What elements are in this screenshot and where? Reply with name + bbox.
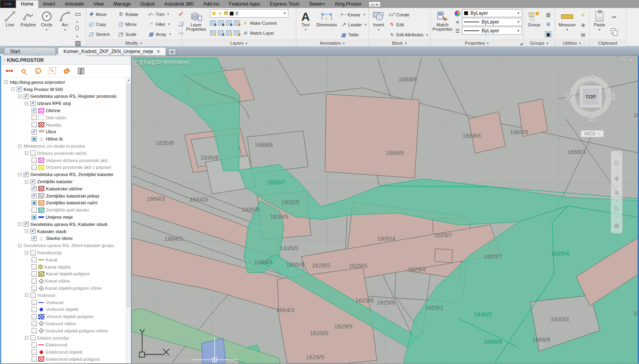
tree-checkbox-partial[interactable] <box>32 136 37 142</box>
scroll-up-icon[interactable]: ▲ <box>126 77 131 83</box>
close-icon[interactable]: ✕ <box>157 49 160 54</box>
tree-item[interactable]: Kanal objekti <box>1 263 126 271</box>
trim-button[interactable]: -/--Trim▼ <box>148 11 177 17</box>
object-color-select[interactable]: ByLayer ▼ <box>462 9 522 17</box>
tree-item[interactable]: −Geodetska uprava RS, Kataster stavb <box>1 221 126 228</box>
collapse-icon[interactable]: − <box>18 244 22 247</box>
tree-checkbox-unchecked[interactable] <box>32 356 37 362</box>
tree-checkbox-unchecked[interactable] <box>30 150 36 156</box>
info-icon[interactable]: i <box>34 67 42 75</box>
match-layer-button[interactable]: ≌Match Layer <box>242 30 274 36</box>
collapse-icon[interactable]: − <box>25 336 28 340</box>
tree-item[interactable]: Občine <box>1 107 126 114</box>
collapse-icon[interactable]: − <box>4 80 8 84</box>
tree-checkbox-unchecked[interactable] <box>32 115 37 120</box>
tree-checkbox-checked[interactable] <box>32 193 37 198</box>
restore-icon[interactable]: ❐ <box>621 58 625 63</box>
lineweight-icon[interactable]: ☰ <box>454 28 460 34</box>
panel-caption-groups[interactable]: Groups▼ <box>524 40 555 46</box>
panel-caption-clipboard[interactable]: Clipboard <box>589 40 626 46</box>
tree-item[interactable]: −Ministrstvo za okolje in prostor <box>1 142 126 150</box>
move-button[interactable]: ✚Move <box>88 11 117 17</box>
tree-checkbox-unchecked[interactable] <box>32 271 37 277</box>
tree-item[interactable]: −Geodetska uprava RS, Zemljiški kataster <box>1 171 126 178</box>
ribbon-tab-express-tools[interactable]: Express Tools <box>265 0 304 8</box>
collapse-icon[interactable]: − <box>18 95 22 98</box>
collapse-icon[interactable]: − <box>25 229 28 233</box>
collapse-icon[interactable]: − <box>11 87 15 91</box>
tree-checkbox-partial[interactable] <box>32 215 37 220</box>
tree-checkbox-unchecked[interactable] <box>32 286 37 291</box>
group-select-toggle-icon[interactable]: ▣ <box>545 31 552 38</box>
tree-checkbox-unchecked[interactable] <box>32 314 37 319</box>
tree-checkbox-checked[interactable] <box>32 236 37 241</box>
tree-checkbox-unchecked[interactable] <box>30 250 36 255</box>
tree-item[interactable]: Kanal objekti-poligoni <box>1 271 126 278</box>
panel-caption-properties[interactable]: Properties▼ ◢ <box>431 40 524 46</box>
map-layers-icon[interactable] <box>77 67 85 75</box>
connection-dots-icon[interactable] <box>5 67 13 75</box>
copy-clip-icon[interactable] <box>611 28 617 36</box>
tree-item[interactable]: Državni prostorski akti v pripravi <box>1 164 126 171</box>
tree-item[interactable]: −Vodovod <box>1 292 126 299</box>
tree-checkbox-unchecked[interactable] <box>32 342 37 348</box>
viewcube[interactable]: N W E S TOP <box>568 73 614 120</box>
collapse-icon[interactable]: − <box>18 222 22 226</box>
table-button[interactable]: ▦Table <box>340 32 359 38</box>
map-canvas[interactable]: 1668/81668/81668/81668/31668/81668/81835… <box>132 56 638 363</box>
tree-item[interactable]: Hišne št. <box>1 135 126 142</box>
tree-checkbox-checked[interactable] <box>30 229 36 234</box>
tree-item[interactable]: Zemljišče pod stavbo <box>1 206 126 214</box>
match-properties-button[interactable]: Match Properties <box>432 9 453 40</box>
panel-caption-utilities[interactable]: Utilities▼ <box>555 40 589 46</box>
color-wheel-icon[interactable] <box>454 10 460 16</box>
tree-item[interactable]: −Elektro omrežje <box>1 334 126 342</box>
tree-checkbox-unchecked[interactable] <box>32 321 37 326</box>
tree-checkbox-unchecked[interactable] <box>32 158 37 163</box>
tree-item[interactable]: −King Prostor M 500 <box>1 86 126 93</box>
edit-selection-icon[interactable]: ✎ <box>48 67 56 75</box>
tag-icon[interactable] <box>63 67 71 75</box>
tree-checkbox-checked[interactable] <box>17 87 22 92</box>
dialog-launcher-icon[interactable]: ◢ <box>520 42 522 46</box>
panel-caption-annotation[interactable]: Annotation▼ <box>296 40 369 46</box>
tree-item[interactable]: −Državni prostorski načrti <box>1 150 126 157</box>
linear-dimension-button[interactable]: ⊢⊣Linear▼ <box>340 12 366 18</box>
viewcube-top-face[interactable]: TOP <box>579 85 602 108</box>
tree-checkbox-unchecked[interactable] <box>30 293 36 298</box>
showmotion-icon[interactable]: ▣ <box>611 218 622 232</box>
viewcube-east[interactable]: E <box>610 92 615 101</box>
wcs-dropdown[interactable]: WCS▽ <box>581 130 604 137</box>
ribbon-tab-annotate[interactable]: Annotate <box>60 0 89 8</box>
tree-item[interactable]: −Zemljiški kataster <box>1 178 126 185</box>
navigation-bar[interactable]: ✕ ◎ ▼ ✥ ⊕ ▼ ↻ ▼ ▣ <box>611 150 623 233</box>
collapse-icon[interactable]: − <box>25 251 28 255</box>
tree-item[interactable]: Urejene meje <box>1 214 126 221</box>
tree-scrollbar[interactable]: ▲ <box>126 77 131 363</box>
group-edit-icon[interactable]: ▧ <box>546 12 550 18</box>
tree-checkbox-unchecked[interactable] <box>30 335 36 340</box>
close-icon[interactable]: ✕ <box>629 58 632 63</box>
ribbon-tab-home[interactable]: Home <box>16 0 38 8</box>
tree-item[interactable]: Kanal <box>1 256 126 263</box>
pan-icon[interactable]: ✥ <box>611 172 622 186</box>
layer-freeze-icon[interactable] <box>226 20 232 26</box>
ribbon-tab-king-prostor[interactable]: King.Prostor <box>330 0 366 8</box>
tree-checkbox-unchecked[interactable] <box>32 264 37 269</box>
tree-checkbox-checked[interactable] <box>32 186 37 191</box>
viewcube-north[interactable]: N <box>588 72 594 81</box>
copy-button[interactable]: ◱Copy <box>88 21 117 27</box>
lineweight-select[interactable]: ByLayer ▼ <box>462 27 522 35</box>
tree-item[interactable]: Naselja <box>1 121 126 129</box>
id-point-icon[interactable]: ✛ <box>581 12 585 18</box>
ribbon-tab-sewer-[interactable]: Sewer+ <box>304 0 330 8</box>
layer-properties-button[interactable]: Layer Properties <box>184 9 208 40</box>
measure-button[interactable]: Measure▼ <box>557 9 577 40</box>
navigation-wheel-icon[interactable]: ◎ <box>611 155 622 169</box>
linetype-select[interactable]: ByLayer ▼ <box>462 18 522 26</box>
tree-item[interactable]: Vodovod <box>1 299 126 306</box>
tree-item[interactable]: −Izbrani RPE sloji <box>1 100 126 107</box>
file-tab-drawing[interactable]: Komen_Kodreti_ZKP_ZKN_Urejene_meje ✕ <box>58 47 166 55</box>
palette-grip[interactable]: ⁞⁞ <box>1 58 7 62</box>
file-tab-start[interactable]: Start <box>4 47 56 55</box>
